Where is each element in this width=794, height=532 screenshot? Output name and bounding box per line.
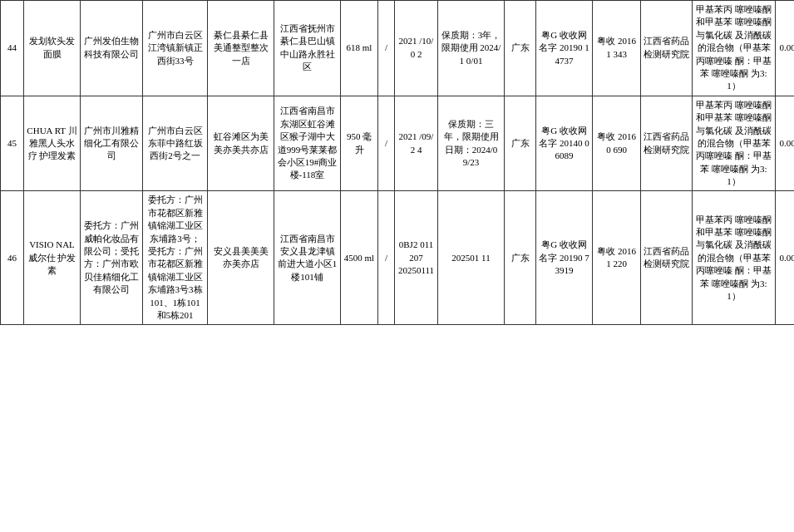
region-46: 广东 <box>505 191 536 325</box>
product-name-44: 发划软头发面膜 <box>24 1 81 96</box>
table-row: 46 VISIO NAL 威尔仕 护发素 委托方：广州威帕化妆品有限公司；受托方… <box>1 191 795 325</box>
row-no-46: 46 <box>1 191 24 325</box>
result-text-45: 甲基苯丙 噻唑嗪酮 和甲基苯 噻唑嗪酮 与氯化碳 及消酰碳 的混合物（甲基苯 丙… <box>693 96 776 191</box>
approval-no-44: 粤收 20161 343 <box>593 1 641 96</box>
mfr-addr-45: 广州市白云区东菲中路红坂西街2号之一 <box>143 96 208 191</box>
entrust-44: 綦仁县綦仁县美通整型整次一店 <box>208 1 274 96</box>
sales-addr-46: 江西省南昌市安义县龙津镇前进大道小区1楼101铺 <box>274 191 341 325</box>
manufacturer-46: 委托方：广州威帕化妆品有限公司；受托方：广州市欧贝佳精细化工有限公司 <box>81 191 143 325</box>
result-text-46: 甲基苯丙 噻唑嗪酮 和甲基苯 噻唑嗪酮 与氯化碳 及消酰碳 的混合物（甲基苯 丙… <box>693 191 776 325</box>
detected-45: 0.00183% <box>776 96 795 191</box>
detected-44: 0.00172% <box>776 1 795 96</box>
validity-46: 202501 11 <box>438 191 505 325</box>
prod-date-45: 2021 /09/2 4 <box>395 96 438 191</box>
sales-addr-45: 江西省南昌市东湖区虹谷滩区猴子湖中大道999号莱莱都会小区19#商业楼-118室 <box>274 96 341 191</box>
test-org-44: 江西省药品检测研究院 <box>641 1 693 96</box>
manufacturer-44: 广州发伯生物科技有限公司 <box>81 1 143 96</box>
region-45: 广东 <box>505 96 536 191</box>
test-org-46: 江西省药品检测研究院 <box>641 191 693 325</box>
validity-44: 保质期：3年，限期使用 2024/1 0/01 <box>438 1 505 96</box>
slash-44: / <box>378 1 395 96</box>
table-row: 45 CHUA RT 川 雅黑人头水疗 护理发素 广州市川雅精细化工有限公司 广… <box>1 96 795 191</box>
row-no-45: 45 <box>1 96 24 191</box>
volume-45: 950 毫升 <box>341 96 378 191</box>
prod-date-line2: 20250111 <box>398 265 434 275</box>
test-org-45: 江西省药品检测研究院 <box>641 96 693 191</box>
filing-no-45: 粤G 收收网 名字 20140 06089 <box>536 96 593 191</box>
result-text-44: 甲基苯丙 噻唑嗪酮 和甲基苯 噻唑嗪酮 与氯化碳 及消酰碳 的混合物（甲基苯 丙… <box>693 1 776 96</box>
entrust-45: 虹谷滩区为美美亦美共亦店 <box>208 96 274 191</box>
slash-45: / <box>378 96 395 191</box>
product-name-46: VISIO NAL 威尔仕 护发素 <box>24 191 81 325</box>
mfr-addr-44: 广州市白云区江湾镇新镇正西街33号 <box>143 1 208 96</box>
volume-46: 4500 ml <box>341 191 378 325</box>
sales-addr-44: 江西省抚州市綦仁县巴山镇中山路永胜社区 <box>274 1 341 96</box>
volume-44: 618 ml <box>341 1 378 96</box>
filing-no-44: 粤G 收收网 名字 20190 14737 <box>536 1 593 96</box>
region-44: 广东 <box>505 1 536 96</box>
filing-no-46: 粤G 收收网 名字 20190 73919 <box>536 191 593 325</box>
entrust-46: 安义县美美美亦美亦店 <box>208 191 274 325</box>
product-name-45: CHUA RT 川 雅黑人头水疗 护理发素 <box>24 96 81 191</box>
validity-45: 保质期：三年，限期使用日期：2024/0 9/23 <box>438 96 505 191</box>
table-row: 44 发划软头发面膜 广州发伯生物科技有限公司 广州市白云区江湾镇新镇正西街33… <box>1 1 795 96</box>
prod-date-44: 2021 /10/0 2 <box>395 1 438 96</box>
detected-46: 0.00195% <box>776 191 795 325</box>
prod-date-line1: 0BJ2 011 207 <box>399 239 433 262</box>
row-no-44: 44 <box>1 1 24 96</box>
manufacturer-45: 广州市川雅精细化工有限公司 <box>81 96 143 191</box>
approval-no-45: 粤收 20160 690 <box>593 96 641 191</box>
slash-46: / <box>378 191 395 325</box>
mfr-addr-46: 委托方：广州市花都区新雅镇锦湖工业区东埔路3号；受托方：广州市花都区新雅镇锦湖工… <box>143 191 208 325</box>
prod-date-46: 0BJ2 011 207 20250111 <box>395 191 438 325</box>
approval-no-46: 粤收 20161 220 <box>593 191 641 325</box>
